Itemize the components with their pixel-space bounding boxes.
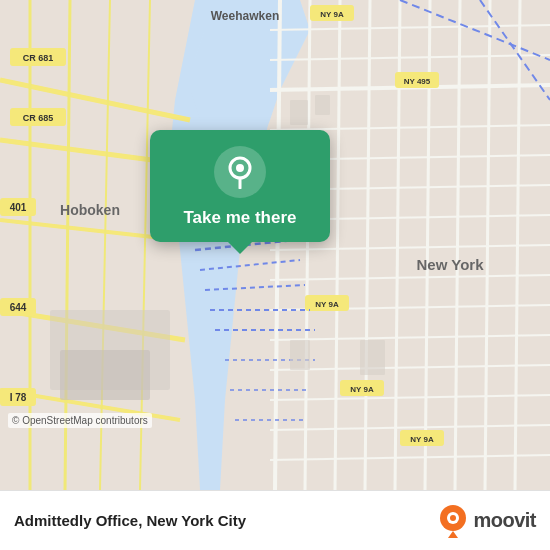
svg-text:NY 9A: NY 9A [320,10,344,19]
svg-text:CR 685: CR 685 [23,113,54,123]
svg-point-77 [236,164,244,172]
moovit-logo[interactable]: moovit [439,504,536,538]
svg-text:I 78: I 78 [10,392,27,403]
svg-rect-71 [315,95,330,115]
svg-text:NY 9A: NY 9A [350,385,374,394]
svg-text:CR 681: CR 681 [23,53,54,63]
svg-rect-73 [360,340,385,375]
map-attribution: © OpenStreetMap contributors [8,413,152,428]
moovit-pin-icon [439,504,467,538]
svg-rect-72 [290,340,310,370]
map-view: CR 681 CR 685 401 644 I 78 Hoboken [0,0,550,490]
svg-text:NY 495: NY 495 [404,77,431,86]
svg-text:NY 9A: NY 9A [410,435,434,444]
svg-marker-82 [448,531,458,538]
bottom-bar: Admittedly Office, New York City moovit [0,490,550,550]
svg-text:New York: New York [417,256,485,273]
svg-text:644: 644 [10,302,27,313]
location-info: Admittedly Office, New York City [14,512,246,529]
moovit-text: moovit [473,509,536,532]
svg-text:Hoboken: Hoboken [60,202,120,218]
svg-point-81 [450,515,456,521]
location-name: Admittedly Office, New York City [14,512,246,529]
svg-text:401: 401 [10,202,27,213]
take-me-there-card[interactable]: Take me there [150,130,330,242]
location-icon-container [214,146,266,198]
svg-rect-75 [60,350,150,400]
svg-text:NY 9A: NY 9A [315,300,339,309]
take-me-there-label: Take me there [183,208,296,228]
svg-rect-70 [290,100,308,125]
location-pin-icon [223,155,257,189]
svg-text:Weehawken: Weehawken [211,9,279,23]
